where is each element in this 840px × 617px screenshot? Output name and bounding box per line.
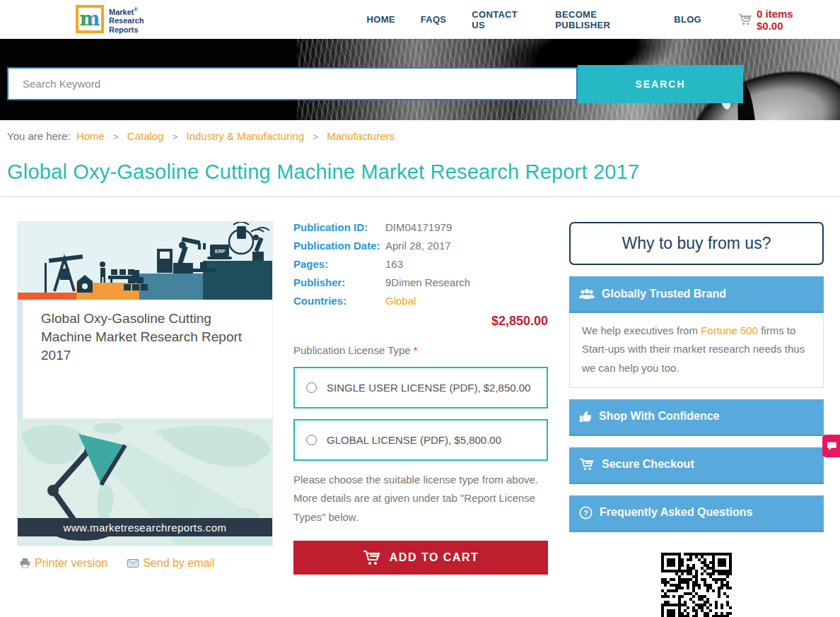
license-option-global[interactable]: GLOBAL LICENSE (PDF), $5,800.00 (293, 419, 548, 461)
globally-trusted-brand-box[interactable]: Globally Trusted Brand (569, 276, 824, 313)
fortune-500-link[interactable]: Fortune 500 (701, 324, 758, 336)
report-action-links: Printer version Send by email (20, 557, 272, 570)
search-input[interactable] (7, 67, 578, 100)
global-license-radio[interactable] (306, 435, 317, 445)
detail-row-publication-id: Publication ID: DIM04171979 (293, 222, 548, 233)
product-image-column: ERP Global Oxy-Gasoline Cutting Machine … (18, 222, 272, 617)
license-type-label: Publication License Type * (293, 344, 548, 356)
site-logo[interactable]: mm Market® Research Reports (76, 5, 144, 35)
license-option-single-user[interactable]: SINGLE USER LICENSE (PDF), $2,850.00 (293, 367, 548, 409)
breadcrumb-separator: > (113, 131, 119, 142)
svg-text:?: ? (583, 509, 588, 517)
cart-total-label: 0 items $0.00 (757, 8, 820, 32)
countries-value-link[interactable]: Global (385, 295, 416, 306)
logo-mark-icon: mm (76, 5, 104, 33)
breadcrumb-prefix: You are here: (7, 130, 71, 142)
question-icon: ? (579, 506, 593, 519)
detail-row-countries: Countries: Global (293, 295, 548, 306)
cart-icon (363, 550, 381, 565)
add-to-cart-button[interactable]: ADD TO CART (293, 541, 548, 575)
svg-text:ERP: ERP (215, 249, 226, 254)
printer-version-link[interactable]: Printer version (20, 557, 107, 570)
search-bar: SEARCH (0, 39, 840, 120)
trusted-brand-text: We help executives from Fortune 500 firm… (569, 313, 824, 388)
product-detail-column: Publication ID: DIM04171979 Publication … (293, 222, 548, 617)
chat-bubble-icon (827, 442, 836, 451)
nav-become-publisher[interactable]: BECOME PUBLISHER (555, 9, 648, 30)
report-cover-image: ERP Global Oxy-Gasoline Cutting Machine … (18, 222, 272, 546)
required-asterisk: * (414, 344, 418, 356)
single-user-license-radio[interactable] (306, 382, 317, 393)
nav-contact-us[interactable]: CONTACT US (472, 9, 530, 30)
page-title: Global Oxy-Gasoline Cutting Machine Mark… (7, 160, 833, 184)
price: $2,850.00 (293, 314, 548, 329)
cover-title-text: Global Oxy-Gasoline Cutting Machine Mark… (18, 300, 272, 418)
breadcrumb-catalog[interactable]: Catalog (127, 130, 164, 142)
qr-code (661, 553, 732, 617)
publication-id-value: DIM04171979 (385, 222, 452, 233)
qr-code-container (569, 553, 824, 617)
cart-icon (738, 13, 752, 25)
why-buy-heading: Why to buy from us? (569, 222, 824, 265)
product-section: ERP Global Oxy-Gasoline Cutting Machine … (18, 222, 829, 617)
live-chat-button[interactable] (822, 435, 840, 457)
cover-lamp-illustration: www.marketresearchreports.com (18, 418, 272, 546)
detail-row-publication-date: Publication Date: April 28, 2017 (293, 240, 548, 251)
send-by-email-link[interactable]: Send by email (127, 557, 214, 570)
top-bar: mm Market® Research Reports HOME FAQS CO… (0, 0, 840, 39)
breadcrumb: You are here: Home > Catalog > Industry … (0, 120, 840, 149)
cart-icon (579, 458, 595, 471)
header-cart[interactable]: 0 items $0.00 (738, 8, 820, 32)
pages-value: 163 (385, 259, 403, 269)
users-icon (579, 288, 595, 300)
main-nav: HOME FAQS CONTACT US BECOME PUBLISHER BL… (367, 9, 701, 30)
printer-icon (20, 558, 30, 568)
license-note: Please choose the suitable license type … (293, 471, 548, 527)
breadcrumb-home[interactable]: Home (76, 130, 105, 142)
publication-date-value: April 28, 2017 (385, 240, 451, 251)
breadcrumb-manufacturers[interactable]: Manufacturers (327, 130, 395, 142)
faq-box[interactable]: ? Frequently Asked Questions (569, 495, 824, 532)
shop-with-confidence-box[interactable]: Shop With Confidence (569, 399, 824, 436)
sidebar-column: Why to buy from us? Globally Trusted Bra… (569, 222, 824, 617)
search-button[interactable]: SEARCH (578, 65, 743, 103)
email-icon (127, 559, 139, 568)
cover-website-url: www.marketresearchreports.com (18, 518, 272, 536)
breadcrumb-industry-manufacturing[interactable]: Industry & Manufacturing (186, 130, 304, 142)
title-divider (0, 196, 840, 197)
detail-row-pages: Pages: 163 (293, 259, 548, 269)
nav-faqs[interactable]: FAQS (421, 14, 447, 25)
nav-blog[interactable]: BLOG (674, 14, 701, 25)
industry-illustration: ERP (18, 222, 272, 300)
nav-home[interactable]: HOME (367, 14, 395, 25)
thumbs-up-icon (579, 410, 592, 423)
registered-mark: ® (134, 7, 137, 12)
secure-checkout-box[interactable]: Secure Checkout (569, 447, 824, 484)
detail-row-publisher: Publisher: 9Dimen Research (293, 277, 548, 288)
breadcrumb-separator: > (173, 131, 178, 142)
publisher-value: 9Dimen Research (385, 277, 470, 288)
breadcrumb-separator: > (313, 131, 318, 142)
hero-banner: SEARCH (0, 39, 840, 120)
logo-wordmark: Market® Research Reports (109, 5, 144, 35)
